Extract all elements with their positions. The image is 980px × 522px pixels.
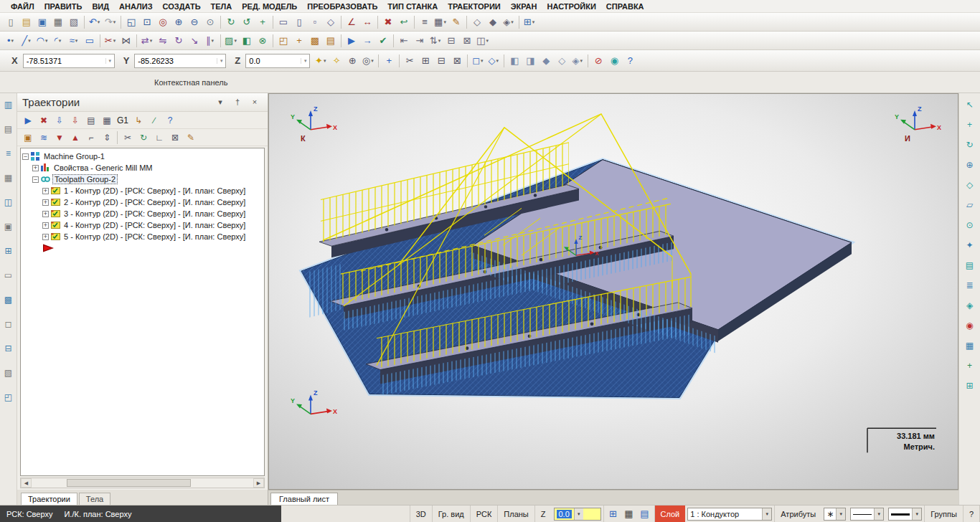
create-fillet-icon[interactable]: ◜▾ [50, 33, 66, 49]
expand-toggle-icon[interactable]: + [42, 199, 49, 206]
tree-row-operation-1[interactable]: + 1 - Контур (2D) - [РСК: Сверху] - [И. … [42, 185, 263, 196]
dock-blank-icon[interactable]: ◻ [1, 317, 17, 331]
insert-corner-icon[interactable]: ∟ [151, 130, 167, 145]
fast-point-icon[interactable]: + [381, 53, 397, 69]
menu-view[interactable]: ВИД [87, 1, 114, 11]
dynamic-rotate-icon[interactable]: ↺ [239, 14, 255, 30]
quick-sheet-icon[interactable]: ▤ [962, 258, 978, 272]
window-layout-icon[interactable]: ◫▾ [475, 33, 491, 49]
clipboard-paste-icon[interactable]: ⊟ [433, 53, 449, 69]
expand-toggle-icon[interactable]: + [42, 222, 49, 229]
menu-file[interactable]: ФАЙЛ [6, 1, 39, 11]
dock-sketcher-icon[interactable]: ▤ [1, 122, 17, 136]
blank-hide-icon[interactable]: ▦ [621, 507, 637, 521]
operation-label[interactable]: 4 - Контур (2D) - [РСК: Сверху] - [И. пл… [62, 221, 247, 229]
selection-ok-icon[interactable]: ◉ [606, 53, 622, 69]
open-file-icon[interactable]: ▤ [19, 14, 34, 30]
dock-add-panel-icon[interactable]: ⊞ [1, 244, 17, 258]
trim-break-icon[interactable]: ✂▾ [103, 33, 118, 49]
y-coordinate-field[interactable]: ▾ [134, 54, 226, 68]
toolpath-face-icon[interactable]: ▤ [323, 33, 339, 49]
dock-properties-icon[interactable]: ▣ [1, 219, 17, 234]
operation-label[interactable]: 5 - Контур (2D) - [РСК: Сверху] - [И. пл… [62, 232, 247, 241]
viewport[interactable]: Z X Y К Z X Y И [268, 93, 958, 490]
scroll-right-icon[interactable]: ▶ [253, 478, 264, 488]
operation-label[interactable]: 1 - Контур (2D) - [РСК: Сверху] - [И. пл… [62, 186, 247, 195]
gview-front-icon[interactable]: ▯ [291, 14, 307, 30]
dock-corner-icon[interactable]: ◰ [1, 390, 17, 404]
remove-display-icon[interactable]: ⊠ [167, 130, 183, 145]
post-g1-icon[interactable]: G1 [115, 113, 131, 128]
grid-settings-icon[interactable]: ▦▾ [433, 14, 448, 30]
toolpath-edit-icon[interactable]: ∕ [146, 113, 162, 128]
layer-button[interactable]: Слой [654, 506, 686, 522]
y-coordinate-input[interactable] [135, 57, 217, 65]
menu-machine-type[interactable]: ТИП СТАНКА [382, 1, 443, 11]
tree-row-operation-4[interactable]: + 4 - Контур (2D) - [РСК: Сверху] - [И. … [42, 219, 263, 231]
quick-target-icon[interactable]: ◉ [962, 318, 978, 333]
x-coordinate-input[interactable] [24, 57, 105, 65]
expand-toggle-icon[interactable]: + [42, 211, 49, 217]
section-view-icon[interactable]: ⊞ [606, 507, 621, 521]
gview-side-icon[interactable]: ▫ [307, 14, 323, 30]
trim-operations-icon[interactable]: ✂ [120, 130, 136, 145]
pan-icon[interactable]: + [255, 14, 270, 30]
toggle-toolpath-display-icon[interactable]: ≋ [36, 130, 52, 145]
pick-all-icon[interactable]: ◈▾ [570, 53, 585, 69]
planes-button[interactable]: Планы [497, 506, 534, 522]
z-depth-field[interactable]: 0.0 ▾ [554, 508, 601, 521]
expand-toggle-icon[interactable]: + [42, 234, 49, 240]
move-insert-arrow-up-icon[interactable]: ▲ [67, 130, 83, 145]
line-style-caret-icon[interactable]: ▾ [874, 508, 883, 520]
recalculate-icon[interactable]: ↻ [136, 130, 151, 145]
toolpath-tree[interactable]: − Machine Group-1 + Свойства - Generic M… [20, 148, 265, 476]
tree-row-insert-arrow[interactable] [42, 242, 263, 254]
point-style-caret-icon[interactable]: ▾ [836, 508, 845, 520]
operation-label[interactable]: 3 - Контур (2D) - [РСК: Сверху] - [И. пл… [62, 209, 247, 218]
repaint-icon[interactable]: ↻ [223, 14, 239, 30]
toolpath-drill-icon[interactable]: + [291, 33, 307, 49]
wcs-button[interactable]: РСК [470, 506, 498, 522]
gview-isometric-icon[interactable]: ◇ [323, 14, 339, 30]
quick-add-icon[interactable]: + [962, 359, 978, 373]
line-width-caret-icon[interactable]: ▾ [912, 508, 921, 520]
groups-button[interactable]: Группы [924, 506, 963, 522]
x-spinner-icon[interactable]: ▾ [105, 58, 114, 64]
backplot-icon[interactable]: → [359, 33, 375, 49]
tab-main-sheet[interactable]: Главный лист [270, 493, 338, 505]
insert-above-icon[interactable]: ⌐ [83, 130, 99, 145]
panel-close-icon[interactable]: × [247, 97, 263, 108]
save-file-icon[interactable]: ▣ [34, 14, 50, 30]
xform-rotate-icon[interactable]: ↻ [171, 33, 187, 49]
machine-simulate-icon[interactable]: ▶ [344, 33, 359, 49]
regen-selected-icon[interactable]: ⇩ [52, 113, 67, 128]
backplot-selected-icon[interactable]: ▤ [83, 113, 99, 128]
autocursor-point-icon[interactable]: ✧ [329, 53, 344, 69]
create-rectangle-icon[interactable]: ▭ [82, 33, 98, 49]
selection-polygon-icon[interactable]: ◇▾ [486, 53, 501, 69]
cursor-origin-icon[interactable]: ⊕ [344, 53, 360, 69]
layer-field[interactable]: 1 : Кондуктор ▾ [687, 508, 772, 521]
tree-row-toolpath-group[interactable]: − Toolpath Group-2 [32, 174, 263, 185]
tree-row-properties[interactable]: + Свойства - Generic Mill MM [32, 162, 263, 174]
analyze-distance-icon[interactable]: ↔ [359, 14, 375, 30]
panel-collapse-icon[interactable]: ▾ [212, 97, 228, 108]
y-spinner-icon[interactable]: ▾ [217, 58, 225, 64]
toolpath-pocket-icon[interactable]: ▩ [307, 33, 323, 49]
menu-solids[interactable]: ТЕЛА [206, 1, 237, 11]
create-spline-icon[interactable]: ≈▾ [66, 33, 82, 49]
toolpath-group-label[interactable]: Toolpath Group-2 [52, 174, 118, 184]
orientation-icon[interactable]: ⊞▾ [522, 14, 537, 30]
surface-create-icon[interactable]: ▨▾ [223, 33, 239, 49]
unzoom-icon[interactable]: ⊙ [202, 14, 218, 30]
clipboard-copy-icon[interactable]: ⊞ [418, 53, 433, 69]
tree-row-operation-5[interactable]: + 5 - Контур (2D) - [РСК: Сверху] - [И. … [42, 231, 263, 242]
align-left-icon[interactable]: ⇤ [396, 33, 412, 49]
solid-boolean-icon[interactable]: ⊗ [255, 33, 270, 49]
pick-wireframe-icon[interactable]: ◇ [554, 53, 570, 69]
xform-scale-icon[interactable]: ↘ [187, 33, 202, 49]
menu-toolpaths[interactable]: ТРАЕКТОРИИ [443, 1, 506, 11]
status-help-button[interactable]: ? [963, 506, 980, 522]
quick-diamond-icon[interactable]: ◈ [962, 298, 978, 313]
expand-toggle-icon[interactable]: + [42, 188, 49, 194]
